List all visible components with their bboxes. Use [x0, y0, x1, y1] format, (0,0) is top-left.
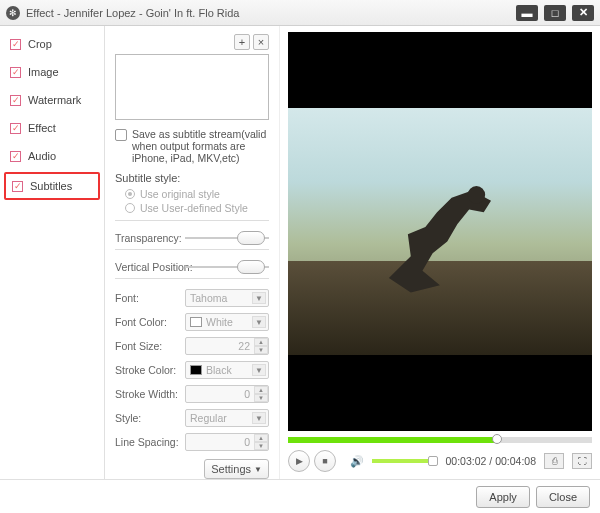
radio-original[interactable]: Use original style: [125, 188, 269, 200]
dancer-figure: [367, 128, 513, 326]
chevron-down-icon: ▼: [252, 412, 266, 424]
preview-panel: ▶ ■ 🔊 00:03:02 / 00:04:08 ⎙ ⛶: [280, 26, 600, 479]
subtitle-list[interactable]: [115, 54, 269, 120]
sidebar-item-effect[interactable]: ✓Effect: [0, 114, 104, 142]
time-display: 00:03:02 / 00:04:08: [445, 455, 536, 467]
window: ✻ Effect - Jennifer Lopez - Goin' In ft.…: [0, 0, 600, 513]
vposition-label: Vertical Position:: [115, 261, 185, 273]
style-label2: Style:: [115, 412, 185, 424]
fontsize-label: Font Size:: [115, 340, 185, 352]
minimize-button[interactable]: ▬: [516, 5, 538, 21]
chevron-down-icon: ▼: [254, 465, 262, 474]
volume-icon[interactable]: 🔊: [350, 455, 364, 468]
spin-down-icon[interactable]: ▼: [254, 394, 268, 402]
chevron-down-icon: ▼: [252, 316, 266, 328]
check-icon: ✓: [10, 67, 21, 78]
spin-down-icon[interactable]: ▼: [254, 442, 268, 450]
style-radio-group: Use original style Use User-defined Styl…: [125, 188, 269, 216]
spin-up-icon[interactable]: ▲: [254, 386, 268, 394]
linespacing-spin[interactable]: 0▲▼: [185, 433, 269, 451]
settings-button[interactable]: Settings ▼: [204, 459, 269, 479]
settings-panel: + × Save as subtitle stream(valid when o…: [105, 26, 280, 479]
fontcolor-combo[interactable]: White▼: [185, 313, 269, 331]
check-icon: ✓: [10, 123, 21, 134]
sidebar-item-label: Effect: [28, 122, 56, 134]
progress-fill: [288, 437, 495, 443]
sidebar-item-audio[interactable]: ✓Audio: [0, 142, 104, 170]
checkbox-icon[interactable]: [115, 129, 127, 141]
transparency-label: Transparency:: [115, 232, 185, 244]
volume-slider[interactable]: [372, 459, 436, 463]
video-frame: [288, 108, 592, 355]
snapshot-button[interactable]: ⎙: [544, 453, 564, 469]
spin-down-icon[interactable]: ▼: [254, 346, 268, 354]
font-combo[interactable]: Tahoma▼: [185, 289, 269, 307]
sidebar-item-label: Image: [28, 66, 59, 78]
fontcolor-label: Font Color:: [115, 316, 185, 328]
sidebar-item-subtitles[interactable]: ✓Subtitles: [4, 172, 100, 200]
titlebar: ✻ Effect - Jennifer Lopez - Goin' In ft.…: [0, 0, 600, 26]
style-combo[interactable]: Regular▼: [185, 409, 269, 427]
svg-point-0: [468, 186, 486, 204]
play-button[interactable]: ▶: [288, 450, 310, 472]
strokewidth-spin[interactable]: 0▲▼: [185, 385, 269, 403]
body: ✓Crop ✓Image ✓Watermark ✓Effect ✓Audio ✓…: [0, 26, 600, 479]
video-preview[interactable]: [288, 32, 592, 431]
spin-up-icon[interactable]: ▲: [254, 434, 268, 442]
sidebar-item-image[interactable]: ✓Image: [0, 58, 104, 86]
sidebar-item-watermark[interactable]: ✓Watermark: [0, 86, 104, 114]
save-stream-row[interactable]: Save as subtitle stream(valid when outpu…: [115, 128, 269, 164]
progress-handle[interactable]: [492, 434, 502, 444]
fontsize-spin[interactable]: 22▲▼: [185, 337, 269, 355]
chevron-down-icon: ▼: [252, 364, 266, 376]
font-label: Font:: [115, 292, 185, 304]
radio-icon: [125, 203, 135, 213]
strokecolor-label: Stroke Color:: [115, 364, 185, 376]
chevron-down-icon: ▼: [252, 292, 266, 304]
close-button[interactable]: ✕: [572, 5, 594, 21]
player-controls: ▶ ■ 🔊 00:03:02 / 00:04:08 ⎙ ⛶: [288, 449, 592, 473]
sidebar-item-label: Crop: [28, 38, 52, 50]
app-icon: ✻: [6, 6, 20, 20]
list-toolbar: + ×: [115, 34, 269, 50]
transparency-slider[interactable]: [185, 231, 269, 245]
spin-up-icon[interactable]: ▲: [254, 338, 268, 346]
sidebar: ✓Crop ✓Image ✓Watermark ✓Effect ✓Audio ✓…: [0, 26, 105, 479]
linespacing-label: Line Spacing:: [115, 436, 185, 448]
close-dialog-button[interactable]: Close: [536, 486, 590, 508]
sidebar-item-label: Watermark: [28, 94, 81, 106]
check-icon: ✓: [10, 151, 21, 162]
strokecolor-combo[interactable]: Black▼: [185, 361, 269, 379]
save-stream-label: Save as subtitle stream(valid when outpu…: [132, 128, 269, 164]
radio-userdefined[interactable]: Use User-defined Style: [125, 202, 269, 214]
add-button[interactable]: +: [234, 34, 250, 50]
check-icon: ✓: [10, 39, 21, 50]
color-swatch: [190, 365, 202, 375]
fullscreen-button[interactable]: ⛶: [572, 453, 592, 469]
color-swatch: [190, 317, 202, 327]
apply-button[interactable]: Apply: [476, 486, 530, 508]
strokewidth-label: Stroke Width:: [115, 388, 185, 400]
sidebar-item-crop[interactable]: ✓Crop: [0, 30, 104, 58]
footer: Apply Close: [0, 479, 600, 513]
remove-button[interactable]: ×: [253, 34, 269, 50]
sidebar-item-label: Subtitles: [30, 180, 72, 192]
check-icon: ✓: [12, 181, 23, 192]
sidebar-item-label: Audio: [28, 150, 56, 162]
vposition-slider[interactable]: [185, 260, 269, 274]
window-title: Effect - Jennifer Lopez - Goin' In ft. F…: [26, 7, 239, 19]
radio-icon: [125, 189, 135, 199]
stop-button[interactable]: ■: [314, 450, 336, 472]
style-label: Subtitle style:: [115, 172, 269, 184]
window-controls: ▬ □ ✕: [516, 5, 594, 21]
check-icon: ✓: [10, 95, 21, 106]
maximize-button[interactable]: □: [544, 5, 566, 21]
progress-bar[interactable]: [288, 437, 592, 443]
